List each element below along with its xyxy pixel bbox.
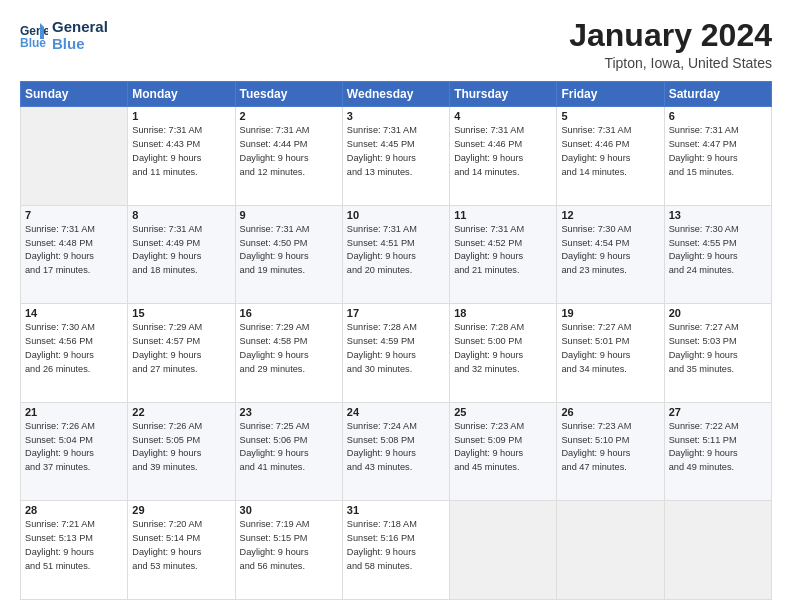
title-block: January 2024 Tipton, Iowa, United States — [569, 18, 772, 71]
day-info: Sunrise: 7:26 AMSunset: 5:05 PMDaylight:… — [132, 420, 230, 475]
day-cell: 6Sunrise: 7:31 AMSunset: 4:47 PMDaylight… — [664, 107, 771, 206]
day-info: Sunrise: 7:31 AMSunset: 4:45 PMDaylight:… — [347, 124, 445, 179]
day-number: 12 — [561, 209, 659, 221]
day-cell: 26Sunrise: 7:23 AMSunset: 5:10 PMDayligh… — [557, 402, 664, 501]
day-number: 23 — [240, 406, 338, 418]
day-info: Sunrise: 7:20 AMSunset: 5:14 PMDaylight:… — [132, 518, 230, 573]
logo-icon: General Blue — [20, 21, 48, 49]
day-info: Sunrise: 7:30 AMSunset: 4:54 PMDaylight:… — [561, 223, 659, 278]
day-cell: 22Sunrise: 7:26 AMSunset: 5:05 PMDayligh… — [128, 402, 235, 501]
day-number: 14 — [25, 307, 123, 319]
calendar-table: SundayMondayTuesdayWednesdayThursdayFrid… — [20, 81, 772, 600]
day-cell: 13Sunrise: 7:30 AMSunset: 4:55 PMDayligh… — [664, 205, 771, 304]
day-cell: 29Sunrise: 7:20 AMSunset: 5:14 PMDayligh… — [128, 501, 235, 600]
day-number: 8 — [132, 209, 230, 221]
day-number: 31 — [347, 504, 445, 516]
day-cell: 20Sunrise: 7:27 AMSunset: 5:03 PMDayligh… — [664, 304, 771, 403]
day-cell: 24Sunrise: 7:24 AMSunset: 5:08 PMDayligh… — [342, 402, 449, 501]
day-info: Sunrise: 7:30 AMSunset: 4:55 PMDaylight:… — [669, 223, 767, 278]
day-cell — [450, 501, 557, 600]
day-cell: 17Sunrise: 7:28 AMSunset: 4:59 PMDayligh… — [342, 304, 449, 403]
day-number: 25 — [454, 406, 552, 418]
day-header-sunday: Sunday — [21, 82, 128, 107]
day-cell: 30Sunrise: 7:19 AMSunset: 5:15 PMDayligh… — [235, 501, 342, 600]
day-info: Sunrise: 7:25 AMSunset: 5:06 PMDaylight:… — [240, 420, 338, 475]
day-info: Sunrise: 7:21 AMSunset: 5:13 PMDaylight:… — [25, 518, 123, 573]
day-number: 17 — [347, 307, 445, 319]
day-info: Sunrise: 7:31 AMSunset: 4:46 PMDaylight:… — [561, 124, 659, 179]
day-cell: 18Sunrise: 7:28 AMSunset: 5:00 PMDayligh… — [450, 304, 557, 403]
day-info: Sunrise: 7:23 AMSunset: 5:10 PMDaylight:… — [561, 420, 659, 475]
day-number: 15 — [132, 307, 230, 319]
month-title: January 2024 — [569, 18, 772, 53]
day-cell: 21Sunrise: 7:26 AMSunset: 5:04 PMDayligh… — [21, 402, 128, 501]
day-info: Sunrise: 7:24 AMSunset: 5:08 PMDaylight:… — [347, 420, 445, 475]
day-number: 27 — [669, 406, 767, 418]
day-info: Sunrise: 7:31 AMSunset: 4:51 PMDaylight:… — [347, 223, 445, 278]
day-number: 16 — [240, 307, 338, 319]
day-number: 1 — [132, 110, 230, 122]
day-cell: 14Sunrise: 7:30 AMSunset: 4:56 PMDayligh… — [21, 304, 128, 403]
day-header-saturday: Saturday — [664, 82, 771, 107]
day-number: 4 — [454, 110, 552, 122]
day-cell: 28Sunrise: 7:21 AMSunset: 5:13 PMDayligh… — [21, 501, 128, 600]
day-info: Sunrise: 7:31 AMSunset: 4:48 PMDaylight:… — [25, 223, 123, 278]
day-number: 21 — [25, 406, 123, 418]
week-row-5: 28Sunrise: 7:21 AMSunset: 5:13 PMDayligh… — [21, 501, 772, 600]
day-cell: 19Sunrise: 7:27 AMSunset: 5:01 PMDayligh… — [557, 304, 664, 403]
day-number: 29 — [132, 504, 230, 516]
day-cell — [664, 501, 771, 600]
day-number: 6 — [669, 110, 767, 122]
week-row-2: 7Sunrise: 7:31 AMSunset: 4:48 PMDaylight… — [21, 205, 772, 304]
day-cell: 1Sunrise: 7:31 AMSunset: 4:43 PMDaylight… — [128, 107, 235, 206]
day-info: Sunrise: 7:31 AMSunset: 4:43 PMDaylight:… — [132, 124, 230, 179]
day-header-wednesday: Wednesday — [342, 82, 449, 107]
day-number: 9 — [240, 209, 338, 221]
day-info: Sunrise: 7:27 AMSunset: 5:01 PMDaylight:… — [561, 321, 659, 376]
day-cell: 27Sunrise: 7:22 AMSunset: 5:11 PMDayligh… — [664, 402, 771, 501]
day-number: 30 — [240, 504, 338, 516]
day-info: Sunrise: 7:31 AMSunset: 4:46 PMDaylight:… — [454, 124, 552, 179]
day-cell — [557, 501, 664, 600]
logo-general: General — [52, 18, 108, 35]
day-cell: 2Sunrise: 7:31 AMSunset: 4:44 PMDaylight… — [235, 107, 342, 206]
day-header-monday: Monday — [128, 82, 235, 107]
logo-blue: Blue — [52, 35, 108, 52]
day-info: Sunrise: 7:31 AMSunset: 4:52 PMDaylight:… — [454, 223, 552, 278]
day-number: 5 — [561, 110, 659, 122]
location: Tipton, Iowa, United States — [569, 55, 772, 71]
day-cell: 16Sunrise: 7:29 AMSunset: 4:58 PMDayligh… — [235, 304, 342, 403]
day-number: 20 — [669, 307, 767, 319]
day-cell — [21, 107, 128, 206]
day-number: 7 — [25, 209, 123, 221]
day-number: 13 — [669, 209, 767, 221]
week-row-4: 21Sunrise: 7:26 AMSunset: 5:04 PMDayligh… — [21, 402, 772, 501]
day-info: Sunrise: 7:31 AMSunset: 4:49 PMDaylight:… — [132, 223, 230, 278]
calendar-page: General Blue General Blue January 2024 T… — [0, 0, 792, 612]
day-cell: 7Sunrise: 7:31 AMSunset: 4:48 PMDaylight… — [21, 205, 128, 304]
day-number: 19 — [561, 307, 659, 319]
day-cell: 25Sunrise: 7:23 AMSunset: 5:09 PMDayligh… — [450, 402, 557, 501]
logo: General Blue General Blue — [20, 18, 108, 53]
day-header-friday: Friday — [557, 82, 664, 107]
day-number: 24 — [347, 406, 445, 418]
day-number: 3 — [347, 110, 445, 122]
day-number: 26 — [561, 406, 659, 418]
day-info: Sunrise: 7:22 AMSunset: 5:11 PMDaylight:… — [669, 420, 767, 475]
day-cell: 23Sunrise: 7:25 AMSunset: 5:06 PMDayligh… — [235, 402, 342, 501]
day-cell: 11Sunrise: 7:31 AMSunset: 4:52 PMDayligh… — [450, 205, 557, 304]
day-number: 11 — [454, 209, 552, 221]
day-info: Sunrise: 7:31 AMSunset: 4:47 PMDaylight:… — [669, 124, 767, 179]
day-info: Sunrise: 7:28 AMSunset: 4:59 PMDaylight:… — [347, 321, 445, 376]
day-number: 28 — [25, 504, 123, 516]
day-cell: 12Sunrise: 7:30 AMSunset: 4:54 PMDayligh… — [557, 205, 664, 304]
day-cell: 3Sunrise: 7:31 AMSunset: 4:45 PMDaylight… — [342, 107, 449, 206]
day-header-row: SundayMondayTuesdayWednesdayThursdayFrid… — [21, 82, 772, 107]
day-number: 22 — [132, 406, 230, 418]
header: General Blue General Blue January 2024 T… — [20, 18, 772, 71]
day-info: Sunrise: 7:27 AMSunset: 5:03 PMDaylight:… — [669, 321, 767, 376]
day-info: Sunrise: 7:18 AMSunset: 5:16 PMDaylight:… — [347, 518, 445, 573]
day-header-thursday: Thursday — [450, 82, 557, 107]
day-info: Sunrise: 7:26 AMSunset: 5:04 PMDaylight:… — [25, 420, 123, 475]
day-number: 10 — [347, 209, 445, 221]
